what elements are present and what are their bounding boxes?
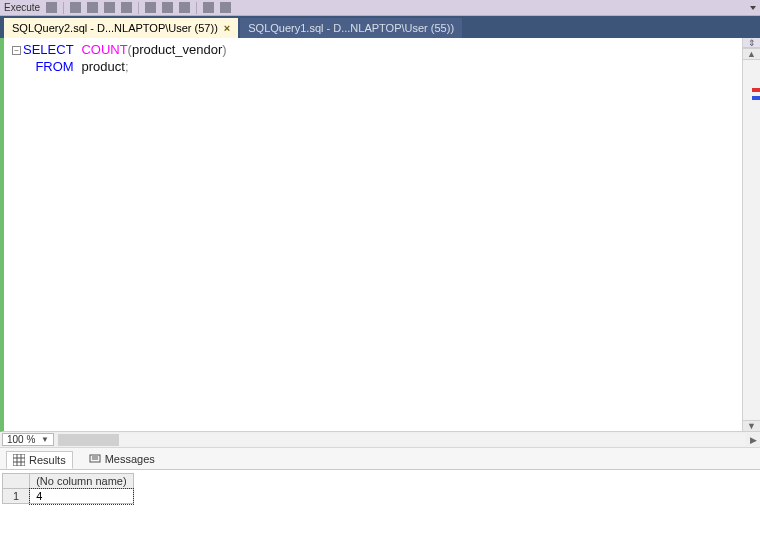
tab-sqlquery1[interactable]: SQLQuery1.sql - D...NLAPTOP\User (55))	[240, 18, 462, 38]
row-header-blank[interactable]	[3, 474, 30, 489]
svg-rect-0	[13, 454, 25, 466]
identifier-arg: product_vendor	[132, 42, 222, 57]
tab-label: SQLQuery1.sql - D...NLAPTOP\User (55))	[248, 22, 454, 34]
close-icon[interactable]: ×	[224, 22, 230, 34]
tab-label: Messages	[105, 453, 155, 465]
change-marker-icon	[752, 88, 760, 92]
change-marker-icon	[752, 96, 760, 100]
scroll-right-icon[interactable]: ▶	[746, 435, 760, 445]
paren: )	[222, 42, 226, 57]
results-tabs: Results Messages	[0, 448, 760, 470]
scroll-track[interactable]	[743, 60, 760, 420]
keyword-from: FROM	[35, 59, 73, 74]
toolbar-icon[interactable]	[46, 2, 57, 13]
messages-icon	[89, 453, 101, 465]
grid-icon	[13, 454, 25, 466]
toolbar-separator	[138, 2, 139, 14]
column-header[interactable]: (No column name)	[30, 474, 133, 489]
execute-label[interactable]: Execute	[4, 2, 40, 13]
toolbar-icon[interactable]	[179, 2, 190, 13]
outline-toggle-icon[interactable]: −	[12, 46, 21, 55]
toolbar-icon[interactable]	[220, 2, 231, 13]
cell-value[interactable]: 4	[30, 489, 133, 504]
toolbar-icon[interactable]	[70, 2, 81, 13]
keyword-select: SELECT	[23, 42, 74, 57]
zoom-row: 100 % ▼ ▶	[0, 432, 760, 448]
toolbar-icon[interactable]	[121, 2, 132, 13]
scroll-down-icon[interactable]: ▼	[743, 420, 760, 432]
tab-sqlquery2[interactable]: SQLQuery2.sql - D...NLAPTOP\User (57)) ×	[4, 18, 238, 38]
tab-messages[interactable]: Messages	[83, 451, 161, 467]
toolbar-icon[interactable]	[87, 2, 98, 13]
results-table: (No column name) 1 4	[2, 473, 134, 504]
row-number[interactable]: 1	[3, 489, 30, 504]
results-grid[interactable]: (No column name) 1 4	[0, 470, 760, 524]
horizontal-scrollbar[interactable]	[58, 434, 746, 446]
zoom-combo[interactable]: 100 % ▼	[2, 433, 54, 446]
code-content: −SELECT COUNT(product_vendor) FROM produ…	[4, 38, 742, 80]
sql-editor[interactable]: −SELECT COUNT(product_vendor) FROM produ…	[0, 38, 742, 432]
scroll-thumb[interactable]	[59, 434, 119, 446]
toolbar-icon[interactable]	[203, 2, 214, 13]
toolbar-icon[interactable]	[104, 2, 115, 13]
function-count: COUNT	[81, 42, 127, 57]
scroll-up-icon[interactable]: ▲	[743, 48, 760, 60]
editor-area: −SELECT COUNT(product_vendor) FROM produ…	[0, 38, 760, 432]
split-handle-icon[interactable]: ⇕	[743, 38, 760, 48]
semicolon: ;	[125, 59, 129, 74]
zoom-value: 100 %	[7, 434, 35, 445]
top-toolbar: Execute	[0, 0, 760, 16]
toolbar-icon[interactable]	[162, 2, 173, 13]
document-tabs: SQLQuery2.sql - D...NLAPTOP\User (57)) ×…	[0, 16, 760, 38]
tab-label: SQLQuery2.sql - D...NLAPTOP\User (57))	[12, 22, 218, 34]
tab-label: Results	[29, 454, 66, 466]
tab-results[interactable]: Results	[6, 451, 73, 469]
identifier-table: product	[82, 59, 125, 74]
vertical-scrollbar[interactable]: ⇕ ▲ ▼	[742, 38, 760, 432]
chevron-down-icon: ▼	[41, 435, 49, 444]
toolbar-icon[interactable]	[145, 2, 156, 13]
toolbar-separator	[63, 2, 64, 14]
table-row[interactable]: 1 4	[3, 489, 134, 504]
toolbar-overflow-icon[interactable]	[750, 6, 756, 10]
toolbar-separator	[196, 2, 197, 14]
